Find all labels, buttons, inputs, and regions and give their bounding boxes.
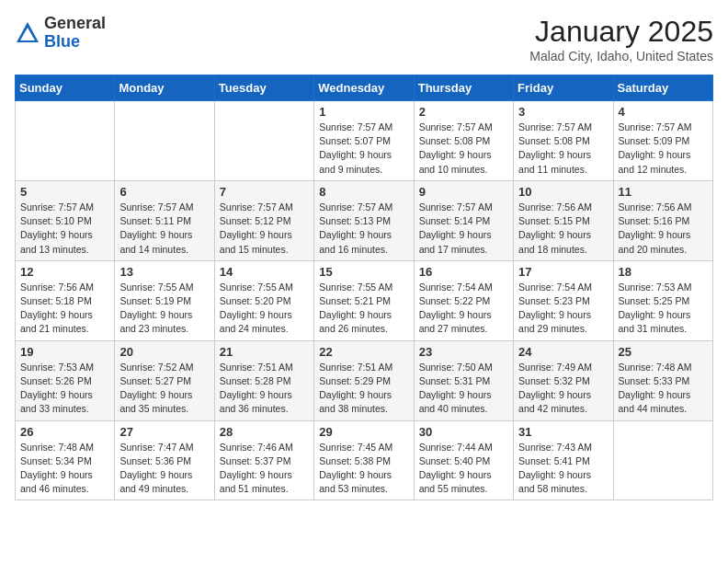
day-info: Sunrise: 7:48 AM Sunset: 5:33 PM Dayligh… (619, 361, 708, 417)
day-info: Sunrise: 7:49 AM Sunset: 5:32 PM Dayligh… (518, 361, 608, 417)
day-number: 28 (220, 425, 309, 439)
calendar-day-cell: 4Sunrise: 7:57 AM Sunset: 5:09 PM Daylig… (613, 101, 712, 181)
calendar-day-cell: 19Sunrise: 7:53 AM Sunset: 5:26 PM Dayli… (16, 340, 115, 420)
day-number: 24 (518, 345, 608, 359)
day-number: 14 (220, 265, 309, 279)
calendar-day-cell: 28Sunrise: 7:46 AM Sunset: 5:37 PM Dayli… (214, 420, 313, 500)
day-number: 9 (419, 185, 508, 199)
day-info: Sunrise: 7:54 AM Sunset: 5:22 PM Dayligh… (419, 281, 508, 337)
day-number: 21 (220, 345, 309, 359)
day-number: 8 (319, 185, 408, 199)
calendar-day-cell: 12Sunrise: 7:56 AM Sunset: 5:18 PM Dayli… (16, 260, 115, 340)
calendar-day-cell: 31Sunrise: 7:43 AM Sunset: 5:41 PM Dayli… (514, 420, 613, 500)
day-number: 12 (20, 265, 109, 279)
day-info: Sunrise: 7:50 AM Sunset: 5:31 PM Dayligh… (419, 361, 508, 417)
calendar-day-cell: 9Sunrise: 7:57 AM Sunset: 5:14 PM Daylig… (414, 180, 513, 260)
calendar-day-cell: 29Sunrise: 7:45 AM Sunset: 5:38 PM Dayli… (314, 420, 414, 500)
day-number: 23 (419, 345, 508, 359)
calendar-day-cell: 2Sunrise: 7:57 AM Sunset: 5:08 PM Daylig… (414, 101, 513, 181)
day-number: 10 (518, 185, 608, 199)
day-number: 3 (518, 105, 608, 119)
weekday-header: Saturday (613, 75, 712, 101)
day-info: Sunrise: 7:56 AM Sunset: 5:18 PM Dayligh… (20, 281, 109, 337)
day-number: 6 (119, 185, 209, 199)
day-info: Sunrise: 7:43 AM Sunset: 5:41 PM Dayligh… (518, 441, 608, 497)
logo: General Blue (15, 15, 106, 52)
calendar-day-cell: 27Sunrise: 7:47 AM Sunset: 5:36 PM Dayli… (115, 420, 214, 500)
day-info: Sunrise: 7:44 AM Sunset: 5:40 PM Dayligh… (419, 441, 508, 497)
month-title: January 2025 (529, 15, 713, 49)
day-number: 19 (20, 345, 109, 359)
logo-text: General Blue (44, 15, 106, 52)
day-info: Sunrise: 7:57 AM Sunset: 5:11 PM Dayligh… (119, 201, 209, 257)
day-number: 20 (119, 345, 209, 359)
calendar-day-cell: 1Sunrise: 7:57 AM Sunset: 5:07 PM Daylig… (314, 101, 414, 181)
calendar-day-cell: 24Sunrise: 7:49 AM Sunset: 5:32 PM Dayli… (514, 340, 613, 420)
calendar-day-cell: 7Sunrise: 7:57 AM Sunset: 5:12 PM Daylig… (214, 180, 313, 260)
calendar-table: SundayMondayTuesdayWednesdayThursdayFrid… (15, 75, 713, 500)
day-number: 18 (619, 265, 708, 279)
day-info: Sunrise: 7:48 AM Sunset: 5:34 PM Dayligh… (20, 441, 109, 497)
calendar-day-cell: 16Sunrise: 7:54 AM Sunset: 5:22 PM Dayli… (414, 260, 513, 340)
day-number: 31 (518, 425, 608, 439)
day-info: Sunrise: 7:56 AM Sunset: 5:15 PM Dayligh… (518, 201, 608, 257)
calendar-day-cell (214, 101, 313, 181)
day-info: Sunrise: 7:54 AM Sunset: 5:23 PM Dayligh… (518, 281, 608, 337)
calendar-day-cell: 21Sunrise: 7:51 AM Sunset: 5:28 PM Dayli… (214, 340, 313, 420)
day-number: 25 (619, 345, 708, 359)
calendar-week-row: 5Sunrise: 7:57 AM Sunset: 5:10 PM Daylig… (16, 180, 713, 260)
page-header: General Blue January 2025 Malad City, Id… (15, 15, 713, 63)
day-info: Sunrise: 7:57 AM Sunset: 5:12 PM Dayligh… (220, 201, 309, 257)
calendar-week-row: 1Sunrise: 7:57 AM Sunset: 5:07 PM Daylig… (16, 101, 713, 181)
day-number: 29 (319, 425, 408, 439)
weekday-header: Sunday (16, 75, 115, 101)
weekday-row: SundayMondayTuesdayWednesdayThursdayFrid… (16, 75, 713, 101)
calendar-week-row: 12Sunrise: 7:56 AM Sunset: 5:18 PM Dayli… (16, 260, 713, 340)
day-info: Sunrise: 7:45 AM Sunset: 5:38 PM Dayligh… (319, 441, 408, 497)
calendar-day-cell: 14Sunrise: 7:55 AM Sunset: 5:20 PM Dayli… (214, 260, 313, 340)
day-info: Sunrise: 7:57 AM Sunset: 5:13 PM Dayligh… (319, 201, 408, 257)
calendar-day-cell: 25Sunrise: 7:48 AM Sunset: 5:33 PM Dayli… (613, 340, 712, 420)
day-info: Sunrise: 7:57 AM Sunset: 5:09 PM Dayligh… (619, 121, 708, 177)
weekday-header: Monday (115, 75, 214, 101)
day-number: 16 (419, 265, 508, 279)
calendar-day-cell: 15Sunrise: 7:55 AM Sunset: 5:21 PM Dayli… (314, 260, 414, 340)
day-info: Sunrise: 7:57 AM Sunset: 5:10 PM Dayligh… (20, 201, 109, 257)
day-info: Sunrise: 7:47 AM Sunset: 5:36 PM Dayligh… (119, 441, 209, 497)
weekday-header: Thursday (414, 75, 513, 101)
location: Malad City, Idaho, United States (529, 49, 713, 63)
day-info: Sunrise: 7:55 AM Sunset: 5:19 PM Dayligh… (119, 281, 209, 337)
calendar-day-cell: 11Sunrise: 7:56 AM Sunset: 5:16 PM Dayli… (613, 180, 712, 260)
day-number: 22 (319, 345, 408, 359)
day-number: 7 (220, 185, 309, 199)
day-number: 15 (319, 265, 408, 279)
day-info: Sunrise: 7:57 AM Sunset: 5:14 PM Dayligh… (419, 201, 508, 257)
weekday-header: Tuesday (214, 75, 313, 101)
title-block: January 2025 Malad City, Idaho, United S… (529, 15, 713, 63)
calendar-day-cell: 10Sunrise: 7:56 AM Sunset: 5:15 PM Dayli… (514, 180, 613, 260)
calendar-day-cell (115, 101, 214, 181)
day-number: 27 (119, 425, 209, 439)
calendar-day-cell: 30Sunrise: 7:44 AM Sunset: 5:40 PM Dayli… (414, 420, 513, 500)
day-info: Sunrise: 7:56 AM Sunset: 5:16 PM Dayligh… (619, 201, 708, 257)
calendar-day-cell: 23Sunrise: 7:50 AM Sunset: 5:31 PM Dayli… (414, 340, 513, 420)
calendar-day-cell: 3Sunrise: 7:57 AM Sunset: 5:08 PM Daylig… (514, 101, 613, 181)
day-number: 11 (619, 185, 708, 199)
day-info: Sunrise: 7:55 AM Sunset: 5:21 PM Dayligh… (319, 281, 408, 337)
day-info: Sunrise: 7:57 AM Sunset: 5:07 PM Dayligh… (319, 121, 408, 177)
day-info: Sunrise: 7:51 AM Sunset: 5:29 PM Dayligh… (319, 361, 408, 417)
calendar-header: SundayMondayTuesdayWednesdayThursdayFrid… (16, 75, 713, 101)
day-info: Sunrise: 7:55 AM Sunset: 5:20 PM Dayligh… (220, 281, 309, 337)
day-number: 30 (419, 425, 508, 439)
day-info: Sunrise: 7:53 AM Sunset: 5:25 PM Dayligh… (619, 281, 708, 337)
calendar-body: 1Sunrise: 7:57 AM Sunset: 5:07 PM Daylig… (16, 101, 713, 500)
calendar-day-cell: 5Sunrise: 7:57 AM Sunset: 5:10 PM Daylig… (16, 180, 115, 260)
day-number: 2 (419, 105, 508, 119)
weekday-header: Wednesday (314, 75, 414, 101)
calendar-day-cell: 18Sunrise: 7:53 AM Sunset: 5:25 PM Dayli… (613, 260, 712, 340)
day-info: Sunrise: 7:57 AM Sunset: 5:08 PM Dayligh… (518, 121, 608, 177)
day-number: 4 (619, 105, 708, 119)
calendar-day-cell: 17Sunrise: 7:54 AM Sunset: 5:23 PM Dayli… (514, 260, 613, 340)
day-number: 13 (119, 265, 209, 279)
day-info: Sunrise: 7:57 AM Sunset: 5:08 PM Dayligh… (419, 121, 508, 177)
